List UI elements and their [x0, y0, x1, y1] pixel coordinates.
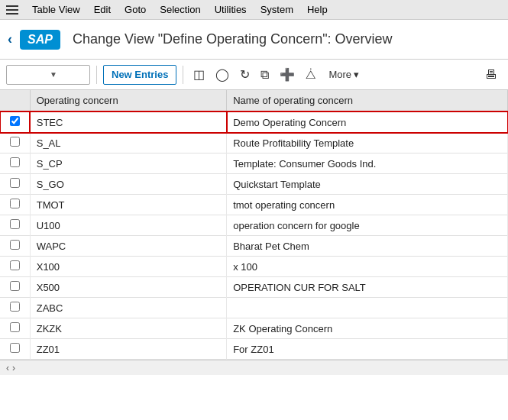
more-button[interactable]: More ▾ [322, 65, 365, 85]
copy-icon: ◫ [193, 67, 205, 82]
toolbar-separator-2 [183, 66, 183, 84]
more-chevron-icon: ▾ [354, 69, 359, 80]
refresh-icon-button[interactable]: ↻ [236, 65, 254, 85]
row-checkbox-cell [0, 153, 30, 174]
row-checkbox-cell [0, 195, 30, 215]
toolbar: ▼ New Entries ◫ ◯ ↻ ⧉ ➕ ⧊ More ▾ 🖶 [0, 60, 508, 90]
delete-icon-button[interactable]: ◯ [212, 65, 233, 85]
row-name: Template: Consumer Goods Ind. [227, 153, 508, 174]
print-icon: 🖶 [485, 68, 497, 82]
menu-edit[interactable]: Edit [88, 2, 117, 17]
layout2-icon-button[interactable]: ➕ [276, 65, 299, 85]
col-operating-concern: Operating concern [30, 90, 226, 111]
table-row: STECDemo Operating Concern [0, 111, 508, 133]
layout3-icon-button[interactable]: ⧊ [302, 65, 319, 85]
row-name [227, 298, 508, 318]
refresh-icon: ↻ [240, 67, 250, 82]
menu-goto[interactable]: Goto [118, 2, 152, 17]
row-checkbox[interactable] [10, 116, 20, 126]
row-checkbox-cell [0, 133, 30, 153]
table-row: ZZ01For ZZ01 [0, 339, 508, 360]
layout2-icon: ➕ [280, 67, 295, 82]
row-checkbox[interactable] [10, 343, 20, 353]
menu-help[interactable]: Help [301, 2, 334, 17]
layout3-icon: ⧊ [306, 68, 315, 82]
row-code: ZZ01 [30, 339, 226, 360]
table-row: S_GOQuickstart Template [0, 174, 508, 195]
table-container: Operating concern Name of operating conc… [0, 90, 508, 420]
row-checkbox-cell [0, 277, 30, 298]
menu-table-view[interactable]: Table View [26, 2, 86, 17]
row-checkbox-cell [0, 257, 30, 277]
row-checkbox-cell [0, 215, 30, 236]
row-checkbox-cell [0, 236, 30, 257]
sap-logo: SAP [20, 30, 60, 50]
layout-icon: ⧉ [260, 68, 269, 82]
row-checkbox[interactable] [10, 199, 20, 208]
row-checkbox[interactable] [10, 157, 20, 167]
table-row: X100x 100 [0, 257, 508, 277]
row-checkbox[interactable] [10, 219, 20, 229]
row-code: ZKZK [30, 318, 226, 339]
table-row: S_CPTemplate: Consumer Goods Ind. [0, 153, 508, 174]
row-code: STEC [30, 111, 226, 133]
row-code: WAPC [30, 236, 226, 257]
new-entries-button[interactable]: New Entries [103, 65, 176, 85]
row-checkbox[interactable] [10, 281, 20, 291]
row-name: tmot operating concern [227, 195, 508, 215]
copy-icon-button[interactable]: ◫ [189, 65, 209, 85]
menu-utilities[interactable]: Utilities [209, 2, 253, 17]
row-name: OPERATION CUR FOR SALT [227, 277, 508, 298]
col-name: Name of operating concern [227, 90, 508, 111]
scroll-left-icon[interactable]: ‹ [6, 363, 9, 373]
row-code: X500 [30, 277, 226, 298]
table-row: X500OPERATION CUR FOR SALT [0, 277, 508, 298]
back-button[interactable]: ‹ [8, 31, 12, 47]
row-checkbox-cell [0, 298, 30, 318]
row-code: U100 [30, 215, 226, 236]
col-checkbox [0, 90, 30, 111]
row-checkbox[interactable] [10, 302, 20, 312]
page-title: Change View "Define Operating Concern": … [73, 31, 393, 47]
chevron-down-icon: ▼ [50, 70, 85, 79]
row-code: X100 [30, 257, 226, 277]
title-bar: ‹ SAP Change View "Define Operating Conc… [0, 20, 508, 60]
print-button[interactable]: 🖶 [480, 65, 502, 85]
row-code: S_GO [30, 174, 226, 195]
row-name: Route Profitability Template [227, 133, 508, 153]
layout-icon-button[interactable]: ⧉ [257, 65, 273, 85]
table-row: WAPCBharat Pet Chem [0, 236, 508, 257]
table-row: S_ALRoute Profitability Template [0, 133, 508, 153]
row-checkbox[interactable] [10, 240, 20, 250]
row-checkbox-cell [0, 339, 30, 360]
delete-icon: ◯ [215, 67, 229, 82]
table-row: U100operation concern for google [0, 215, 508, 236]
row-name: ZK Operating Concern [227, 318, 508, 339]
table-row: ZABC [0, 298, 508, 318]
row-name: For ZZ01 [227, 339, 508, 360]
menu-bar: Table View Edit Goto Selection Utilities… [0, 0, 508, 20]
row-name: operation concern for google [227, 215, 508, 236]
table-row: TMOT tmot operating concern [0, 195, 508, 215]
row-checkbox[interactable] [10, 137, 20, 147]
table-row: ZKZKZK Operating Concern [0, 318, 508, 339]
row-name: Demo Operating Concern [227, 111, 508, 133]
toolbar-separator-1 [96, 66, 97, 84]
hamburger-menu[interactable] [3, 3, 21, 17]
row-name: Bharat Pet Chem [227, 236, 508, 257]
row-code: S_AL [30, 133, 226, 153]
row-checkbox[interactable] [10, 260, 20, 270]
menu-system[interactable]: System [254, 2, 299, 17]
row-checkbox-cell [0, 111, 30, 133]
scroll-right-icon[interactable]: › [12, 363, 15, 373]
menu-selection[interactable]: Selection [154, 2, 206, 17]
more-label: More [328, 69, 351, 80]
data-table: Operating concern Name of operating conc… [0, 90, 508, 360]
row-checkbox[interactable] [10, 322, 20, 332]
row-checkbox-cell [0, 174, 30, 195]
row-checkbox[interactable] [10, 178, 20, 188]
view-dropdown[interactable]: ▼ [6, 65, 90, 85]
row-checkbox-cell [0, 318, 30, 339]
row-code: TMOT [30, 195, 226, 215]
row-code: ZABC [30, 298, 226, 318]
